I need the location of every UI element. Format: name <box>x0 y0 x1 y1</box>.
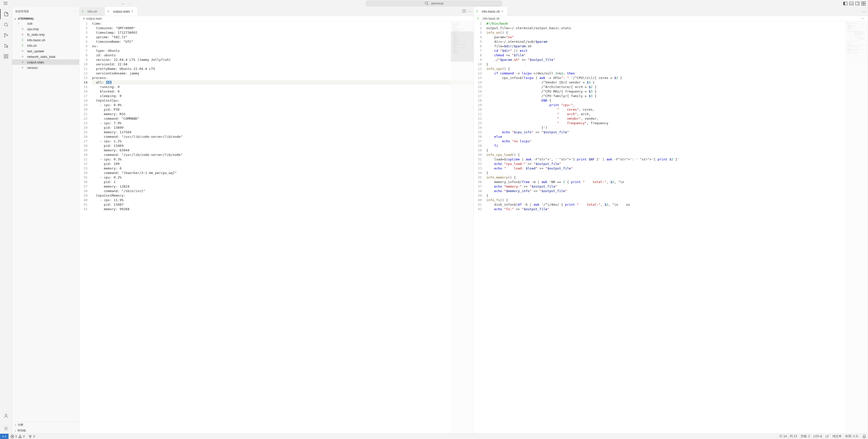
svg-rect-14 <box>864 4 865 5</box>
search-icon <box>425 1 429 6</box>
problems-status[interactable]: 0 0 <box>8 434 26 439</box>
layout-sidebar-left-icon[interactable] <box>843 1 848 6</box>
file-item-version[interactable]: ≡version <box>12 65 79 70</box>
sidebar-more-icon[interactable]: ⋯ <box>73 10 76 13</box>
command-center[interactable]: .xterminal <box>366 1 502 6</box>
tab-icon: $ <box>476 9 480 13</box>
file-icon: $ <box>22 38 26 42</box>
file-label: fs_stats.tmp <box>27 33 45 36</box>
breadcrumb-left[interactable]: ≡ output.stats <box>80 16 473 21</box>
titlebar: ← → .xterminal <box>0 0 868 7</box>
layout-sidebar-right-icon[interactable] <box>855 1 860 6</box>
chevron-down-icon: ⌄ <box>14 17 17 20</box>
activity-settings[interactable] <box>0 424 12 434</box>
activity-search[interactable] <box>0 20 12 30</box>
minimap[interactable]: time: timezone: "GMT+0000" timestamp: 17… <box>451 21 473 434</box>
svg-line-16 <box>7 25 8 26</box>
file-item-network_stats_total[interactable]: ≡network_stats_total <box>12 54 79 59</box>
tab-info-basic-sh[interactable]: $info.basic.sh× <box>474 7 508 15</box>
file-icon: $ <box>22 44 26 47</box>
more-actions-icon[interactable]: ⋯ <box>863 9 866 13</box>
code-editor-right[interactable]: 1234567891011121314151617181920212223242… <box>474 21 868 434</box>
svg-point-18 <box>4 36 5 37</box>
search-text: .xterminal <box>430 2 443 5</box>
svg-point-3 <box>425 2 428 4</box>
activity-source-control[interactable] <box>0 30 12 40</box>
activity-explorer[interactable] <box>0 9 12 19</box>
ports-status[interactable]: 0 <box>26 434 37 439</box>
file-item-last_update[interactable]: ≡last_update <box>12 48 79 54</box>
remote-indicator[interactable] <box>0 434 8 439</box>
svg-rect-9 <box>856 2 860 5</box>
file-label: sub <box>27 22 32 25</box>
file-label: last_update <box>27 49 44 53</box>
tab-info-sh[interactable]: $info.sh <box>80 7 105 15</box>
file-item-sub[interactable]: ›sub <box>12 21 79 26</box>
file-label: info.sh <box>27 44 37 48</box>
encoding-status[interactable]: UTF-8 <box>812 434 824 439</box>
explorer-sidebar: 资源管理器 ⋯ ⌄ .XTERMINAL ›sub≡cpu.tmp≡fs_sta… <box>12 7 80 434</box>
outline-section[interactable]: › 大纲 <box>12 422 79 428</box>
file-icon: ≡ <box>22 33 26 36</box>
more-actions-icon[interactable]: ⋯ <box>468 9 471 13</box>
editor-group: $info.sh≡output.stats× ⋯ ≡ output.stats … <box>80 7 868 434</box>
menu-icon[interactable] <box>3 1 8 6</box>
layout-customize-icon[interactable] <box>861 1 866 6</box>
file-icon: ≡ <box>22 55 26 58</box>
editor-pane-right: $info.basic.sh× ⋯ $ info.basic.sh — 1234… <box>474 7 868 434</box>
svg-rect-24 <box>4 57 5 58</box>
close-icon[interactable]: × <box>501 9 505 13</box>
minimap-slider[interactable] <box>451 31 473 62</box>
file-item-output-stats[interactable]: ≡output.stats <box>12 59 79 65</box>
timeline-section[interactable]: › 时间线 <box>12 428 79 434</box>
file-item-info-basic-sh[interactable]: $info.basic.sh <box>12 37 79 43</box>
tab-output-stats[interactable]: ≡output.stats× <box>105 7 137 15</box>
svg-point-35 <box>30 437 31 438</box>
indentation-status[interactable]: 空格: 2 <box>799 434 812 439</box>
eol-status[interactable]: LF <box>824 434 831 439</box>
close-icon[interactable]: × <box>131 9 135 13</box>
shell-icon: $ <box>477 17 481 20</box>
collapse-icon[interactable]: — <box>861 17 864 20</box>
layout-panel-icon[interactable] <box>849 1 854 6</box>
breadcrumb-label: output.stats <box>86 17 102 20</box>
root-label: .XTERMINAL <box>17 17 34 20</box>
svg-rect-6 <box>844 2 845 5</box>
svg-point-21 <box>6 46 8 48</box>
cursor-position[interactable]: 行 14，列 13 <box>778 434 799 439</box>
nav-back[interactable]: ← <box>121 1 126 6</box>
activity-extensions[interactable] <box>0 51 12 61</box>
notifications-icon[interactable] <box>861 434 868 439</box>
split-editor-icon[interactable] <box>462 9 466 14</box>
activity-debug[interactable] <box>0 41 12 51</box>
tab-icon: $ <box>82 9 86 13</box>
file-icon: ≡ <box>22 27 26 31</box>
svg-point-34 <box>20 437 20 437</box>
nav-forward[interactable]: → <box>127 1 132 6</box>
file-label: output.stats <box>27 60 44 64</box>
warning-count: 0 <box>23 435 25 438</box>
code-editor-left[interactable]: 1234567891011121314151617181920212223242… <box>80 21 473 434</box>
tab-label: info.basic.sh <box>482 9 500 13</box>
file-label: info.basic.sh <box>27 38 45 42</box>
language-status[interactable]: 纯文本 <box>831 434 843 439</box>
breadcrumb-right[interactable]: $ info.basic.sh — <box>474 16 868 21</box>
file-label: cpu.tmp <box>27 27 39 31</box>
file-icon: ≡ <box>22 49 26 53</box>
error-count: 0 <box>16 435 17 438</box>
minimap[interactable]: #!/bin/bash output_file=~/.xterminal/out… <box>845 21 868 434</box>
chevron-right-icon: › <box>17 22 20 25</box>
svg-rect-13 <box>862 4 863 5</box>
tab-icon: ≡ <box>107 9 112 13</box>
chevron-right-icon: › <box>15 424 16 427</box>
file-item-fs_stats-tmp[interactable]: ≡fs_stats.tmp <box>12 32 79 37</box>
svg-point-15 <box>4 23 7 26</box>
file-item-info-sh[interactable]: $info.sh <box>12 43 79 48</box>
file-icon: ≡ <box>83 17 85 20</box>
keyboard-layout-status[interactable]: 布局: U.S. <box>843 434 861 439</box>
file-label: network_stats_total <box>27 55 55 59</box>
svg-point-26 <box>5 414 7 416</box>
file-item-cpu-tmp[interactable]: ≡cpu.tmp <box>12 26 79 32</box>
folder-root[interactable]: ⌄ .XTERMINAL <box>12 17 79 21</box>
activity-account[interactable] <box>0 411 12 421</box>
